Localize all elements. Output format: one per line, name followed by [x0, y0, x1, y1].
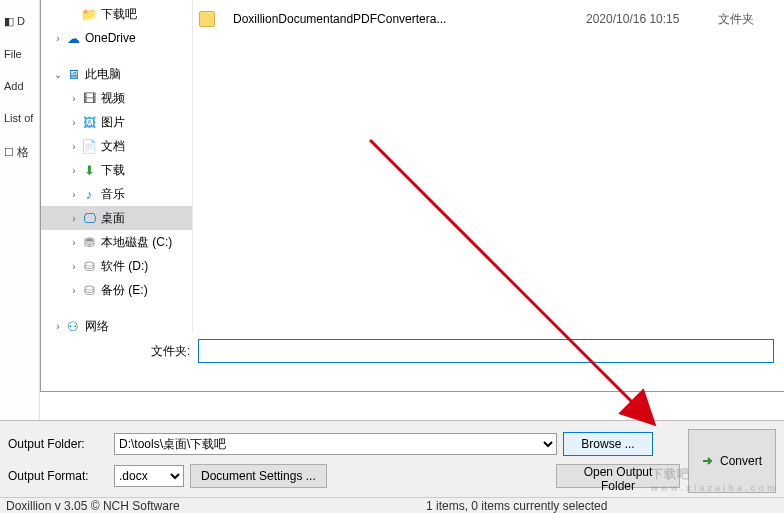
document-settings-button[interactable]: Document Settings ... — [190, 464, 327, 488]
folder-tree[interactable]: 📁下载吧 ›☁OneDrive ⌄🖥此电脑 ›🎞视频 ›🖼图片 ›📄文档 ›⬇下… — [41, 0, 193, 332]
format-label: ☐ 格 — [0, 134, 39, 171]
browse-folder-dialog: 📁下载吧 ›☁OneDrive ⌄🖥此电脑 ›🎞视频 ›🖼图片 ›📄文档 ›⬇下… — [40, 0, 784, 392]
tree-onedrive[interactable]: ›☁OneDrive — [41, 26, 192, 50]
file-list-pane[interactable]: DoxillionDocumentandPDFConvertera... 202… — [193, 0, 784, 332]
output-folder-label: Output Folder: — [8, 437, 108, 451]
convert-button[interactable]: Convert — [688, 429, 776, 493]
tree-music[interactable]: ›♪音乐 — [41, 182, 192, 206]
bottom-panel: Output Folder: D:\tools\桌面\下载吧 Browse ..… — [0, 420, 784, 497]
app-left-strip: ◧ D File Add List of ☐ 格 — [0, 0, 40, 420]
browse-button[interactable]: Browse ... — [563, 432, 653, 456]
tree-desktop[interactable]: ›🖵桌面 — [41, 206, 192, 230]
tree-downloads-cn[interactable]: 📁下载吧 — [41, 2, 192, 26]
convert-icon — [702, 454, 716, 468]
toolbar-add[interactable]: Add — [0, 70, 39, 102]
open-output-folder-button[interactable]: Open Output Folder — [556, 464, 680, 488]
file-type: 文件夹 — [718, 11, 778, 28]
convert-label: Convert — [720, 454, 762, 468]
status-selection: 1 items, 0 items currently selected — [420, 499, 607, 513]
output-format-select[interactable]: .docx — [114, 465, 184, 487]
tree-thispc[interactable]: ⌄🖥此电脑 — [41, 62, 192, 86]
file-date: 2020/10/16 10:15 — [586, 12, 706, 26]
file-name: DoxillionDocumentandPDFConvertera... — [233, 12, 574, 26]
tree-video[interactable]: ›🎞视频 — [41, 86, 192, 110]
tree-network[interactable]: ›⚇网络 — [41, 314, 192, 332]
output-folder-select[interactable]: D:\tools\桌面\下载吧 — [114, 433, 557, 455]
tree-disk-e[interactable]: ›⛁备份 (E:) — [41, 278, 192, 302]
tree-downloads[interactable]: ›⬇下载 — [41, 158, 192, 182]
menu-file[interactable]: File — [0, 38, 39, 70]
folder-input[interactable] — [198, 339, 774, 363]
status-bar: Doxillion v 3.05 © NCH Software 1 items,… — [0, 497, 784, 513]
output-format-label: Output Format: — [8, 469, 108, 483]
folder-name-row: 文件夹: — [151, 339, 774, 363]
app-icon: ◧ D — [0, 5, 39, 38]
folder-icon — [199, 11, 215, 27]
tree-pictures[interactable]: ›🖼图片 — [41, 110, 192, 134]
folder-label: 文件夹: — [151, 343, 190, 360]
list-of-label: List of — [0, 102, 39, 134]
tree-documents[interactable]: ›📄文档 — [41, 134, 192, 158]
tree-disk-d[interactable]: ›⛁软件 (D:) — [41, 254, 192, 278]
tree-disk-c[interactable]: ›⛃本地磁盘 (C:) — [41, 230, 192, 254]
file-row[interactable]: DoxillionDocumentandPDFConvertera... 202… — [199, 8, 778, 30]
status-version: Doxillion v 3.05 © NCH Software — [0, 499, 420, 513]
